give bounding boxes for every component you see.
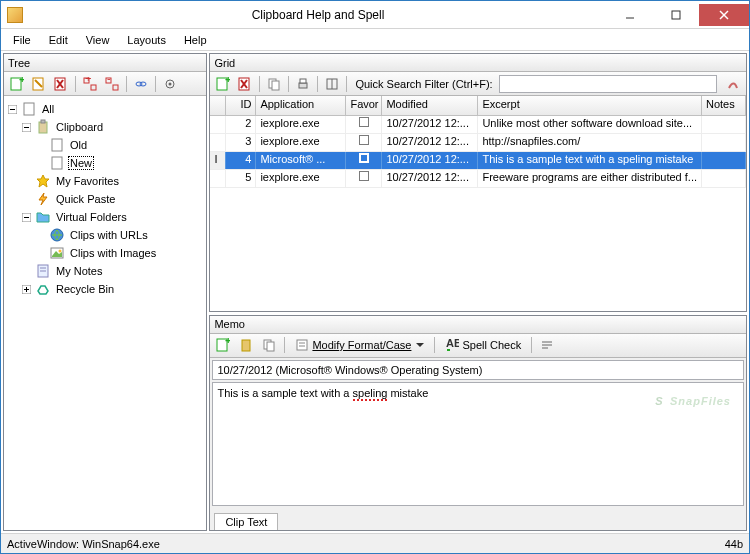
clear-filter-button[interactable] [723,74,743,94]
new-clip-button[interactable]: + [213,74,233,94]
page-icon [21,101,37,117]
close-button[interactable] [699,4,749,26]
menu-help[interactable]: Help [176,32,215,48]
status-bar: ActiveWindow: WinSnap64.exe 44b [1,533,749,553]
wrap-button[interactable] [537,335,557,355]
folder-icon [35,209,51,225]
tree-notes[interactable]: My Notes [6,262,204,280]
favorite-checkbox[interactable] [359,171,369,181]
grid-panel: Grid + Quick Search Filter (Ctrl+F): ID [209,53,747,312]
memo-tabstrip: Clip Text [210,508,746,530]
copy-button[interactable] [264,74,284,94]
tree-vf-urls[interactable]: Clips with URLs [6,226,204,244]
spelling-error[interactable]: speling [353,387,388,401]
svg-text:-: - [107,77,111,84]
grid-header-row: ID Application Favor Modified Excerpt No… [210,96,746,116]
svg-point-37 [59,250,62,253]
svg-rect-26 [39,122,47,133]
new-node-button[interactable]: + [7,74,27,94]
grid-body[interactable]: ID Application Favor Modified Excerpt No… [210,96,746,311]
watermark: S SnapFiles [655,387,731,410]
page-icon [49,155,65,171]
modify-format-button[interactable]: Modify Format/Case [290,336,429,354]
col-id[interactable]: ID [226,96,256,115]
minimize-button[interactable] [607,4,653,26]
tree-clipboard[interactable]: Clipboard [6,118,204,136]
expand-icon[interactable] [20,283,33,296]
expand-all-button[interactable]: + [80,74,100,94]
table-row[interactable]: 2iexplore.exe10/27/2012 12:...Unlike mos… [210,116,746,134]
memo-panel: Memo + Modify Format/Case ABCSpell Check… [209,315,747,531]
favorite-checkbox[interactable] [359,135,369,145]
columns-button[interactable] [322,74,342,94]
spell-check-button[interactable]: ABCSpell Check [440,336,526,354]
paste-button[interactable] [236,335,256,355]
memo-title-input[interactable] [212,360,744,380]
col-excerpt[interactable]: Excerpt [478,96,702,115]
delete-clip-button[interactable] [235,74,255,94]
svg-text:+: + [19,77,24,85]
note-icon [35,263,51,279]
page-icon [49,137,65,153]
collapse-all-button[interactable]: - [102,74,122,94]
favorite-checkbox[interactable] [359,117,369,127]
tree-recycle[interactable]: Recycle Bin [6,280,204,298]
memo-textarea[interactable]: S SnapFiles This is a sample text with a… [212,382,744,506]
svg-rect-57 [242,340,250,351]
col-modified[interactable]: Modified [382,96,478,115]
collapse-icon[interactable] [20,121,33,134]
table-row[interactable]: 3iexplore.exe10/27/2012 12:...http://sna… [210,134,746,152]
tree-header: Tree [4,54,206,72]
menu-layouts[interactable]: Layouts [119,32,174,48]
svg-rect-50 [272,81,279,90]
table-row[interactable]: I4Microsoft® ...10/27/2012 12:...This is… [210,152,746,170]
filter-input[interactable] [499,75,717,93]
new-memo-button[interactable]: + [213,335,233,355]
window-title: Clipboard Help and Spell [29,8,607,22]
menu-file[interactable]: File [5,32,39,48]
tree-favorites[interactable]: My Favorites [6,172,204,190]
delete-node-button[interactable] [51,74,71,94]
picture-icon [49,245,65,261]
collapse-icon[interactable] [20,211,33,224]
edit-node-button[interactable] [29,74,49,94]
tree-quickpaste[interactable]: Quick Paste [6,190,204,208]
tree-root[interactable]: All [6,100,204,118]
table-row[interactable]: 5iexplore.exe10/27/2012 12:...Freeware p… [210,170,746,188]
svg-rect-51 [299,83,307,88]
favorite-checkbox[interactable] [359,153,369,163]
svg-rect-59 [267,342,274,351]
status-left: ActiveWindow: WinSnap64.exe [7,538,160,550]
settings-button[interactable] [160,74,180,94]
svg-text:ABC: ABC [446,338,459,349]
link-button[interactable] [131,74,151,94]
svg-marker-30 [37,175,49,187]
copy-memo-button[interactable] [259,335,279,355]
svg-rect-27 [41,120,45,123]
clipboard-icon [35,119,51,135]
maximize-button[interactable] [653,4,699,26]
svg-rect-15 [113,85,118,90]
svg-text:+: + [225,338,230,346]
grid-header: Grid [210,54,746,72]
col-notes[interactable]: Notes [702,96,746,115]
tree-body[interactable]: All Clipboard Old New My Favorites Quick… [4,96,206,530]
print-button[interactable] [293,74,313,94]
tab-clip-text[interactable]: Clip Text [214,513,278,530]
tree-new[interactable]: New [6,154,204,172]
col-favorite[interactable]: Favor [346,96,382,115]
svg-rect-23 [24,103,34,115]
globe-icon [49,227,65,243]
tree-vf-images[interactable]: Clips with Images [6,244,204,262]
svg-point-20 [169,82,172,85]
svg-text:+: + [225,77,230,85]
title-bar: Clipboard Help and Spell [1,1,749,29]
col-application[interactable]: Application [256,96,346,115]
svg-point-18 [140,82,146,86]
menu-view[interactable]: View [78,32,118,48]
tree-vfolders[interactable]: Virtual Folders [6,208,204,226]
star-icon [35,173,51,189]
menu-edit[interactable]: Edit [41,32,76,48]
collapse-icon[interactable] [6,103,19,116]
tree-old[interactable]: Old [6,136,204,154]
